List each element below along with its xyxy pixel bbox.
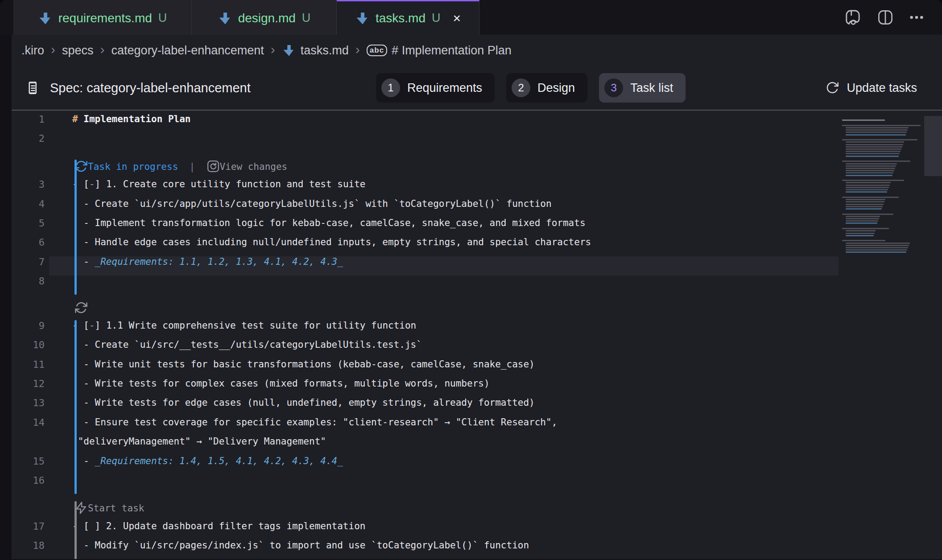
code-line[interactable]: - Handle edge cases including null/undef… <box>72 237 591 247</box>
minimap-line <box>842 214 893 215</box>
minimap[interactable] <box>842 118 925 559</box>
code-line[interactable]: - Implement transformation logic for keb… <box>72 218 586 228</box>
codelens-divider: | <box>178 161 206 172</box>
step-label: Task list <box>630 81 673 95</box>
markdown-down-icon <box>355 11 370 26</box>
line-number: 5 <box>12 218 45 229</box>
code-line[interactable]: - Modify `ui/src/pages/index.js` to impo… <box>72 540 529 551</box>
codelens-start-task[interactable]: Start task <box>74 503 144 514</box>
code-row: 4 - Create `ui/src/app/utils/categoryLab… <box>12 198 942 218</box>
minimap-line <box>846 245 909 246</box>
line-number: 1 <box>12 114 45 125</box>
code-row: 9- [-] 1.1 Write comprehensive test suit… <box>12 320 942 339</box>
minimap-line <box>846 134 906 136</box>
minimap-line <box>846 208 882 210</box>
minimap-line <box>842 119 885 121</box>
breadcrumb-item-2[interactable]: specs <box>62 44 94 58</box>
step-label: Requirements <box>407 81 482 95</box>
scrollbar-thumb[interactable] <box>924 116 942 176</box>
code-line[interactable]: - [-] 1. Create core utility function an… <box>72 179 365 189</box>
tab-requirements-md[interactable]: requirements.mdU <box>13 0 192 35</box>
breadcrumb-label: # Implementation Plan <box>392 44 512 58</box>
tab-label: requirements.md <box>58 11 152 25</box>
breadcrumb-item-4[interactable]: tasks.md <box>282 43 349 58</box>
kiro-agent-icon[interactable] <box>844 8 862 26</box>
minimap-line <box>846 230 876 231</box>
code-row: 3- [-] 1. Create core utility function a… <box>12 179 942 198</box>
tab-bar-spacer <box>0 0 13 35</box>
breadcrumb-item-5[interactable]: abc# Implementation Plan <box>367 44 512 58</box>
code-line[interactable]: "deliveryManagement" → "Delivery Managem… <box>72 436 326 447</box>
codelens-row: Start task <box>74 501 144 515</box>
code-line[interactable]: - Write unit tests for basic transformat… <box>72 359 535 370</box>
breadcrumb-item-1[interactable]: .kiro <box>21 44 44 58</box>
minimap-line <box>846 191 887 193</box>
line-number: 14 <box>12 417 45 428</box>
tab-tasks-md[interactable]: tasks.mdU× <box>337 0 479 35</box>
editor-tab-bar: requirements.mdUdesign.mdUtasks.mdU× <box>0 0 942 35</box>
code-line[interactable]: - Ensure test coverage for specific exam… <box>72 417 557 428</box>
line-number: 17 <box>12 521 45 532</box>
minimap-line <box>846 201 884 202</box>
code-row: 18 - Modify `ui/src/pages/index.js` to i… <box>12 540 942 559</box>
tab-design-md[interactable]: design.mdU <box>192 0 337 35</box>
line-number: 6 <box>12 237 45 248</box>
minimap-line <box>846 163 897 165</box>
editor[interactable]: 1# Implementation Plan2Task in progress … <box>12 110 942 559</box>
minimap-line <box>846 172 893 173</box>
step-number-badge: 2 <box>512 78 530 97</box>
editor-actions <box>479 0 942 35</box>
minimap-line <box>846 170 894 171</box>
step-number-badge: 1 <box>381 78 400 97</box>
breadcrumb-label: .kiro <box>21 44 44 58</box>
minimap-line <box>846 204 884 205</box>
more-actions-icon[interactable] <box>909 10 924 25</box>
code-line[interactable]: - [ ] 2. Update dashboard filter tags im… <box>72 521 365 531</box>
minimap-line <box>846 156 899 157</box>
minimap-line <box>846 144 903 145</box>
code-line[interactable]: - Create `ui/src/__tests__/utils/categor… <box>72 339 422 350</box>
codelens-view-changes[interactable]: View changes <box>207 161 288 172</box>
code-row: 2 <box>12 133 942 152</box>
code-line[interactable]: - _Requirements: 1.4, 1.5, 4.1, 4.2, 4.3… <box>72 456 343 466</box>
step-pill-design[interactable]: 2Design <box>506 73 587 103</box>
minimap-line <box>846 251 906 253</box>
sync-icon[interactable] <box>74 303 88 313</box>
minimap-line <box>842 180 904 181</box>
tab-label: tasks.md <box>376 11 426 25</box>
minimap-line <box>846 165 896 167</box>
markdown-down-icon <box>218 11 233 26</box>
symbol-text-icon: abc <box>367 45 387 56</box>
close-icon[interactable]: × <box>453 12 461 25</box>
step-pill-requirements[interactable]: 1Requirements <box>376 73 495 103</box>
line-number: 10 <box>12 339 45 350</box>
code-line[interactable]: - _Requirements: 1.1, 1.2, 1.3, 4.1, 4.2… <box>72 256 343 267</box>
code-line[interactable]: - Create `ui/src/app/utils/categoryLabel… <box>72 198 552 209</box>
minimap-line <box>846 233 875 234</box>
spec-title: Spec: category-label-enhancement <box>50 81 251 95</box>
breadcrumb-item-3[interactable]: category-label-enhancement <box>112 44 264 58</box>
code-row: 1# Implementation Plan <box>12 114 942 133</box>
split-editor-icon[interactable] <box>877 9 894 26</box>
code-line[interactable]: - Write tests for edge cases (null, unde… <box>72 397 535 408</box>
minimap-line <box>846 199 885 200</box>
chevron-right-icon: › <box>51 42 55 57</box>
minimap-line <box>846 185 890 186</box>
minimap-line <box>846 175 892 176</box>
code-row: 10 - Create `ui/src/__tests__/utils/cate… <box>12 339 942 358</box>
breadcrumb-label: category-label-enhancement <box>112 44 264 58</box>
code-row: 11 - Write unit tests for basic transfor… <box>12 359 942 378</box>
minimap-line <box>846 235 874 236</box>
step-pill-task-list[interactable]: 3Task list <box>599 73 686 103</box>
code-row: 6 - Handle edge cases including null/und… <box>12 237 942 256</box>
code-line[interactable]: # Implementation Plan <box>72 114 191 124</box>
update-tasks-button[interactable]: Update tasks <box>825 66 917 110</box>
refresh-icon <box>825 81 839 95</box>
code-line[interactable]: - [-] 1.1 Write comprehensive test suite… <box>72 320 416 331</box>
line-number: 11 <box>12 359 45 370</box>
minimap-line <box>846 189 888 190</box>
codelens-task-in-progress[interactable]: Task in progress <box>74 161 178 172</box>
minimap-line <box>846 153 900 154</box>
code-line[interactable]: - Write tests for complex cases (mixed f… <box>72 378 490 389</box>
minimap-line <box>846 249 907 251</box>
